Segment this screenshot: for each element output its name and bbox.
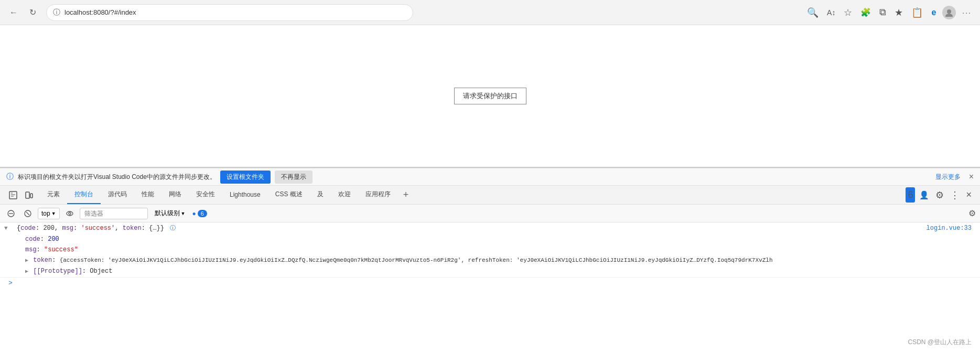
devtools-more-icon[interactable]: ⋮ [948, 187, 962, 203]
watermark-text: CSDN @登山人在路上 [908, 338, 972, 346]
token-value: {accessToken: 'eyJ0eXAiOiJKV1QiLCJhbGciO… [60, 257, 773, 263]
devtools-tabs-bar: 元素 控制台 源代码 性能 网络 安全性 Lighthouse CSS 概述 及… [0, 186, 980, 205]
tab-elements[interactable]: 元素 [40, 186, 67, 204]
tab-network[interactable]: 网络 [161, 186, 189, 204]
filter-input[interactable] [80, 208, 148, 219]
favorites-icon[interactable]: ★ [892, 5, 905, 20]
key-code: code [25, 236, 40, 243]
console-cursor-line: > [0, 278, 980, 289]
dropdown-arrow-icon: ▼ [51, 211, 56, 216]
badge-area: ● 6 [192, 210, 207, 217]
console-text-1: {code: 200, msg: 'success', token: {…}} … [17, 224, 176, 233]
top-label: top [41, 210, 50, 217]
devtools-settings-icon[interactable]: ⚙ [933, 187, 946, 203]
tab-application[interactable]: 应用程序 [358, 186, 398, 204]
clear-console-button[interactable] [4, 207, 18, 220]
search-icon[interactable]: 🔍 [805, 5, 821, 20]
info-icon-1[interactable]: ⓘ [170, 225, 176, 231]
context-selector[interactable]: top ▼ [38, 208, 60, 219]
console-sub-token: ▶ token: {accessToken: 'eyJ0eXAiOiJKV1Qi… [0, 255, 980, 266]
log-level-selector[interactable]: 默认级别 ▼ [151, 207, 189, 219]
notification-message: 标识项目的根文件夹以打开Visual Studio Code中的源文件并同步更改… [18, 173, 216, 182]
console-sub-msg: msg: "success" [0, 244, 980, 255]
devtools-close-button[interactable]: × [964, 187, 974, 203]
key-msg: msg [25, 246, 37, 253]
token-expand-arrow[interactable]: ▶ [25, 258, 28, 263]
level-label: 默认级别 [155, 209, 180, 218]
edge-logo: e [929, 6, 938, 19]
val-code: 200 [48, 236, 59, 243]
address-bar[interactable]: ⓘ localhost:8080/?#/index [46, 4, 413, 21]
filter-toggle-button[interactable] [21, 207, 35, 220]
font-icon[interactable]: A↕ [825, 6, 837, 19]
tab-sources[interactable]: 源代码 [101, 186, 134, 204]
val-proto: Object [90, 268, 112, 275]
set-root-button[interactable]: 设置根文件夹 [220, 171, 271, 184]
devtools: ⓘ 标识项目的根文件夹以打开Visual Studio Code中的源文件并同步… [0, 167, 980, 289]
toolbar-badge: 6 [198, 210, 207, 217]
no-show-button[interactable]: 不再显示 [275, 171, 313, 184]
val-msg: "success" [44, 246, 78, 253]
svg-line-7 [26, 212, 29, 215]
inspect-element-button[interactable] [6, 188, 20, 202]
level-dropdown-arrow: ▼ [181, 211, 186, 216]
more-button[interactable]: ··· [960, 6, 974, 19]
tab-css-overview[interactable]: CSS 概述 [268, 186, 310, 204]
tab-performance[interactable]: 性能 [134, 186, 161, 204]
devtools-network-icon[interactable]: 👤 [917, 188, 931, 202]
devtools-notification-bar: ⓘ 标识项目的根文件夹以打开Visual Studio Code中的源文件并同步… [0, 168, 980, 186]
page-content: 请求受保护的接口 [0, 25, 980, 167]
svg-point-9 [69, 212, 71, 215]
split-icon[interactable]: ⧉ [877, 5, 888, 20]
star-icon[interactable]: ☆ [842, 5, 854, 20]
avatar[interactable] [942, 6, 956, 19]
console-sub-code: code: 200 [0, 234, 980, 244]
svg-point-8 [67, 211, 73, 216]
key-proto: [[Prototype]] [33, 268, 82, 275]
eye-button[interactable] [63, 207, 77, 220]
devtools-tab-actions: 6 👤 ⚙ ⋮ × [906, 186, 978, 204]
console-first-line-1: ▼ {code: 200, msg: 'success', token: {…}… [0, 222, 980, 234]
url-text: localhost:8080/?#/index [64, 8, 136, 16]
key-token: token [33, 257, 52, 264]
notification-info-icon: ⓘ [6, 172, 14, 182]
info-icon: ⓘ [53, 8, 60, 17]
back-button[interactable]: ← [6, 5, 21, 20]
api-button[interactable]: 请求受保护的接口 [454, 88, 526, 104]
device-toggle-button[interactable] [22, 188, 36, 202]
watermark: CSDN @登山人在路上 [908, 338, 972, 347]
browser-actions: 🔍 A↕ ☆ 🧩 ⧉ ★ 📋 e ··· [805, 5, 974, 20]
console-sub-proto: ▶ [[Prototype]]: Object [0, 266, 980, 277]
refresh-button[interactable]: ↻ [25, 5, 40, 20]
tab-console[interactable]: 控制台 [67, 186, 101, 204]
proto-expand-arrow[interactable]: ▶ [25, 269, 28, 274]
tab-ji[interactable]: 及 [310, 186, 331, 204]
expand-arrow-1[interactable]: ▼ [4, 224, 15, 233]
source-link-1[interactable]: login.vue:33 [927, 224, 972, 233]
tab-welcome[interactable]: 欢迎 [331, 186, 358, 204]
notification-close-button[interactable]: × [969, 172, 974, 182]
svg-rect-3 [30, 194, 33, 198]
svg-point-0 [947, 9, 951, 14]
console-settings-icon[interactable]: ⚙ [968, 209, 976, 218]
console-cursor: > [8, 279, 13, 288]
add-tab-button[interactable]: + [398, 186, 414, 204]
extension-icon[interactable]: 🧩 [858, 5, 873, 19]
tab-lighthouse[interactable]: Lighthouse [222, 186, 268, 204]
tab-security[interactable]: 安全性 [189, 186, 222, 204]
console-area: ▼ {code: 200, msg: 'success', token: {…}… [0, 222, 980, 289]
console-toolbar: top ▼ 默认级别 ▼ ● 6 ⚙ [0, 205, 980, 222]
console-entry-1: ▼ {code: 200, msg: 'success', token: {…}… [0, 222, 980, 278]
svg-rect-1 [9, 192, 17, 199]
browser-chrome: ← ↻ ⓘ localhost:8080/?#/index 🔍 A↕ ☆ 🧩 ⧉… [0, 0, 980, 25]
nav-buttons: ← ↻ [6, 5, 40, 20]
console-badge: 6 [906, 187, 915, 203]
svg-rect-2 [26, 192, 29, 198]
show-more-link[interactable]: 显示更多 [935, 173, 961, 182]
collections-icon[interactable]: 📋 [909, 5, 925, 20]
toolbar-right: ⚙ [968, 208, 976, 218]
